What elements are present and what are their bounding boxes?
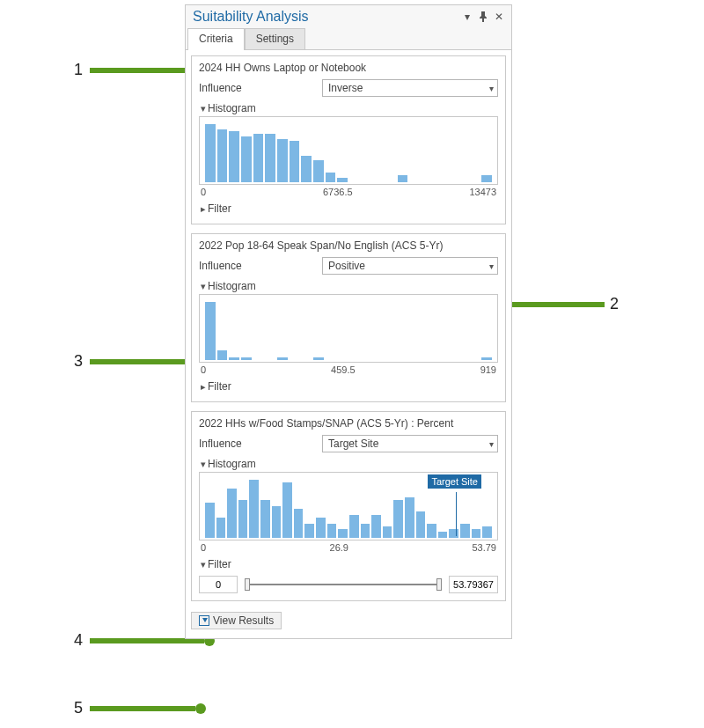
filter-header[interactable]: ▾ Filter xyxy=(199,558,498,570)
histogram-bar xyxy=(205,124,216,182)
criterion-card: 2022 Pop 18-64 Speak Span/No English (AC… xyxy=(191,233,506,402)
influence-select[interactable]: Inverse ▾ xyxy=(322,79,498,97)
axis-mid: 6736.5 xyxy=(323,187,353,197)
criteria-panel: 2024 HH Owns Laptop or Notebook Influenc… xyxy=(186,50,511,638)
histogram-bar xyxy=(294,509,304,538)
histogram-bar xyxy=(229,131,239,182)
histogram-bar xyxy=(326,173,336,182)
close-icon[interactable]: ✕ xyxy=(492,10,506,24)
axis-max: 53.79 xyxy=(472,542,496,553)
influence-value: Positive xyxy=(328,260,365,272)
histogram-bar xyxy=(249,480,259,538)
histogram-bar xyxy=(260,500,270,538)
histogram-bar xyxy=(371,515,381,538)
influence-label: Influence xyxy=(199,438,322,450)
histogram-bar xyxy=(238,500,248,538)
histogram-chart xyxy=(199,294,498,363)
histogram-bar xyxy=(427,524,436,539)
tab-criteria[interactable]: Criteria xyxy=(187,28,245,50)
axis-max: 919 xyxy=(480,364,496,375)
view-results-label: View Results xyxy=(213,614,274,627)
histogram-bar xyxy=(482,526,492,538)
target-site-line xyxy=(456,492,457,536)
axis-mid: 459.5 xyxy=(331,364,356,375)
histogram-header[interactable]: ▾ Histogram xyxy=(199,458,498,470)
influence-select[interactable]: Target Site ▾ xyxy=(322,435,498,452)
filter-header[interactable]: ▸ Filter xyxy=(199,202,498,215)
histogram-chart: Target Site xyxy=(199,472,498,540)
histogram-label: Histogram xyxy=(208,102,256,114)
filter-max-input[interactable] xyxy=(449,576,498,593)
criterion-card: 2024 HH Owns Laptop or Notebook Influenc… xyxy=(191,55,506,224)
caret-down-icon: ▾ xyxy=(199,459,208,470)
histogram-bar xyxy=(272,506,282,538)
slider-track xyxy=(248,584,438,585)
histogram-bar xyxy=(361,524,370,539)
histogram-bar xyxy=(205,302,216,360)
axis-max: 13473 xyxy=(469,187,496,197)
callout-line xyxy=(499,302,605,307)
chevron-down-icon: ▾ xyxy=(489,261,494,271)
chevron-down-icon: ▾ xyxy=(489,439,494,449)
histogram-bar xyxy=(316,518,326,538)
caret-right-icon: ▸ xyxy=(199,381,208,393)
histogram-bar xyxy=(217,350,228,360)
target-site-flag: Target Site xyxy=(428,474,481,489)
histogram-bar xyxy=(481,357,492,360)
histogram-bar xyxy=(265,134,275,182)
filter-range-slider[interactable] xyxy=(243,576,444,593)
pin-icon[interactable] xyxy=(476,10,490,24)
influence-select[interactable]: Positive ▾ xyxy=(322,257,498,275)
filter-min-input[interactable] xyxy=(199,576,238,593)
histogram-axis: 0 459.5 919 xyxy=(199,364,498,375)
view-results-icon xyxy=(199,615,209,626)
criterion-title: 2022 HHs w/Food Stamps/SNAP (ACS 5-Yr) :… xyxy=(199,417,498,430)
caret-down-icon: ▾ xyxy=(199,281,208,292)
filter-label: Filter xyxy=(208,558,231,570)
axis-min: 0 xyxy=(201,542,206,553)
slider-handle-min[interactable] xyxy=(245,578,250,591)
filter-label: Filter xyxy=(208,202,231,215)
view-results-button[interactable]: View Results xyxy=(191,612,282,629)
tab-bar: Criteria Settings xyxy=(186,28,511,50)
histogram-bar xyxy=(301,156,312,182)
histogram-bar xyxy=(393,500,403,538)
pane-menu-button[interactable]: ▾ xyxy=(460,10,474,24)
caret-down-icon: ▾ xyxy=(199,559,208,570)
histogram-bar xyxy=(405,497,414,538)
filter-header[interactable]: ▸ Filter xyxy=(199,380,498,393)
histogram-bar xyxy=(253,134,264,182)
slider-handle-max[interactable] xyxy=(436,578,442,591)
tab-label: Criteria xyxy=(199,33,233,45)
histogram-bar xyxy=(313,160,324,182)
influence-value: Inverse xyxy=(328,82,363,94)
callout-number: 1 xyxy=(74,61,83,79)
histogram-bar xyxy=(227,489,237,538)
filter-label: Filter xyxy=(208,380,231,393)
histogram-axis: 0 26.9 53.79 xyxy=(199,542,498,553)
histogram-bar xyxy=(313,357,324,360)
histogram-bar xyxy=(383,526,392,538)
histogram-header[interactable]: ▾ Histogram xyxy=(199,280,498,292)
histogram-bar xyxy=(282,482,292,538)
histogram-bar xyxy=(338,529,348,538)
histogram-header[interactable]: ▾ Histogram xyxy=(199,102,498,114)
histogram-bar xyxy=(349,515,359,538)
histogram-bar xyxy=(277,139,288,183)
pane-title: Suitability Analysis xyxy=(193,9,458,25)
criterion-card: 2022 HHs w/Food Stamps/SNAP (ACS 5-Yr) :… xyxy=(191,411,506,601)
histogram-bar xyxy=(449,529,458,538)
filter-controls xyxy=(199,576,498,593)
chevron-down-icon: ▾ xyxy=(489,84,494,93)
histogram-bar xyxy=(481,175,492,182)
histogram-axis: 0 6736.5 13473 xyxy=(199,187,498,197)
influence-value: Target Site xyxy=(328,438,378,450)
histogram-bar xyxy=(241,357,252,360)
histogram-bar xyxy=(290,141,300,182)
tab-settings[interactable]: Settings xyxy=(245,28,305,50)
histogram-bar xyxy=(217,129,228,183)
callout-line xyxy=(90,68,195,73)
histogram-bar xyxy=(460,524,470,539)
axis-mid: 26.9 xyxy=(330,542,348,553)
histogram-bar xyxy=(337,178,348,183)
